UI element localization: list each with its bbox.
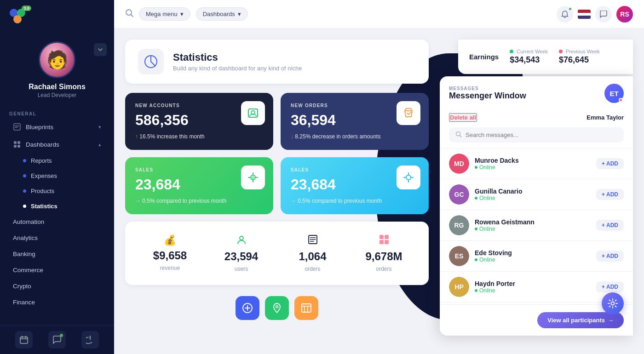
content-inner: Statistics Build any kind of dashboard f… <box>125 40 633 324</box>
metric-users: 23,594 users <box>209 234 273 272</box>
users-value: 23,594 <box>224 250 258 263</box>
calendar-btn[interactable] <box>15 331 33 348</box>
blueprints-label: Blueprints <box>26 124 94 131</box>
users-icon <box>236 234 247 247</box>
orders-label: orders <box>305 266 320 272</box>
card-new-orders: NEW ORDERS 36,594 ↓ 8.25% decrease in o <box>281 93 429 150</box>
dashboards-btn-label: Dashboards <box>203 11 235 17</box>
sidebar-item-crypto[interactable]: Crypto <box>4 279 110 294</box>
big-orders-icon <box>379 234 389 247</box>
power-btn[interactable] <box>81 331 99 348</box>
blueprints-icon <box>13 123 21 131</box>
mega-menu-label: Mega menu <box>146 11 178 17</box>
dashboards-chevron-icon: ▾ <box>238 11 241 17</box>
orders-value: 1,064 <box>299 250 326 263</box>
svg-rect-20 <box>385 240 389 244</box>
svg-rect-7 <box>17 145 20 148</box>
avatar-image: 🧑 <box>40 43 74 77</box>
revenue-value: $9,658 <box>153 249 187 262</box>
blueprints-chevron-icon: ▾ <box>98 124 101 130</box>
sidebar-sub-item-reports[interactable]: Reports <box>4 154 110 168</box>
new-accounts-icon <box>241 101 265 125</box>
analytics-label: Analytics <box>13 234 101 241</box>
dashboards-icon <box>13 140 21 148</box>
stats-header-icon <box>138 49 164 74</box>
language-flag[interactable] <box>578 10 591 19</box>
products-dot <box>23 189 26 193</box>
dashboards-btn[interactable]: Dashboards ▾ <box>196 7 248 21</box>
card-new-accounts: NEW ACCOUNTS 586,356 ↑ 16.5% increase t <box>125 93 273 150</box>
profile-chevron-btn[interactable] <box>94 43 107 56</box>
revenue-label: revenue <box>160 265 180 271</box>
table-action-btn[interactable] <box>294 296 318 320</box>
mega-menu-btn[interactable]: Mega menu ▾ <box>139 7 190 21</box>
svg-point-15 <box>240 236 243 240</box>
sidebar: 3.0 🧑 Rachael Simons Lead Developer GENE… <box>0 0 114 354</box>
crypto-label: Crypto <box>13 283 101 290</box>
avatar: 🧑 <box>39 41 75 78</box>
new-accounts-change: ↑ 16.5% increase this month <box>135 133 263 140</box>
sidebar-item-blueprints[interactable]: Blueprints ▾ <box>4 119 110 135</box>
sidebar-sub-item-expenses[interactable]: Expenses <box>4 169 110 183</box>
user-avatar[interactable]: RS <box>616 6 633 23</box>
reports-dot <box>23 159 26 162</box>
sidebar-sub-item-products[interactable]: Products <box>4 184 110 198</box>
card-sales-blue: SALES 23,684 → 0.5% compared to previous… <box>281 157 429 214</box>
card-sales-green: SALES 23,684 → 0.5% compared to previou <box>125 157 273 214</box>
sidebar-logo: 3.0 <box>0 0 114 34</box>
user-initials: RS <box>620 11 629 18</box>
svg-rect-6 <box>14 145 17 148</box>
sidebar-item-commerce[interactable]: Commerce <box>4 263 110 278</box>
sidebar-item-dashboards[interactable]: Dashboards ▴ <box>4 136 110 153</box>
profile-role: Lead Developer <box>38 92 77 98</box>
sales-blue-change: → 0.5% compared to previous month <box>291 198 419 204</box>
svg-rect-8 <box>20 337 28 343</box>
statistics-dot <box>23 205 26 208</box>
expenses-dot <box>23 174 26 177</box>
action-buttons <box>125 292 429 324</box>
svg-rect-4 <box>14 141 17 144</box>
sidebar-item-analytics[interactable]: Analytics <box>4 230 110 246</box>
chat-btn[interactable] <box>48 331 66 348</box>
chat-dot <box>60 334 63 337</box>
svg-rect-17 <box>380 235 384 239</box>
app-logo-icon: 3.0 <box>8 7 28 27</box>
reports-label: Reports <box>31 157 52 164</box>
add-action-btn[interactable] <box>236 296 259 320</box>
finance-label: Finance <box>13 299 101 306</box>
search-icon[interactable] <box>125 9 133 19</box>
sidebar-sub-item-statistics[interactable]: Statistics <box>4 199 110 213</box>
dashboards-chevron-icon: ▴ <box>98 142 101 148</box>
sidebar-item-automation[interactable]: Automation <box>4 214 110 229</box>
messages-btn[interactable] <box>595 6 612 23</box>
new-orders-change: ↓ 8.25% decrease in orders amounts <box>291 133 419 140</box>
mega-menu-chevron-icon: ▾ <box>180 11 184 17</box>
sidebar-item-finance[interactable]: Finance <box>4 295 110 310</box>
dashboards-label: Dashboards <box>26 141 94 148</box>
sales-green-change: → 0.5% compared to previous month <box>135 198 263 204</box>
svg-point-14 <box>406 175 411 180</box>
metric-orders: 1,064 orders <box>281 234 345 272</box>
svg-point-22 <box>276 306 278 308</box>
main-area: Mega menu ▾ Dashboards ▾ RS <box>114 0 644 354</box>
svg-point-9 <box>126 10 132 15</box>
svg-rect-19 <box>380 240 384 244</box>
sidebar-item-banking[interactable]: Banking <box>4 246 110 262</box>
notification-btn[interactable] <box>557 6 573 23</box>
location-action-btn[interactable] <box>265 296 289 320</box>
big-orders-value: 9,678M <box>365 250 402 263</box>
metric-revenue: 💰 $9,658 revenue <box>138 234 202 272</box>
content-area: Statistics Build any kind of dashboard f… <box>114 29 644 354</box>
stats-header-title: Statistics <box>173 51 302 63</box>
automation-label: Automation <box>13 218 101 225</box>
metric-big-orders: 9,678M orders <box>352 234 416 272</box>
svg-rect-5 <box>17 141 20 144</box>
banking-label: Banking <box>13 251 101 257</box>
metrics-row: 💰 $9,658 revenue 23,594 users <box>125 222 429 285</box>
users-label: users <box>235 266 248 272</box>
profile-name: Rachael Simons <box>29 83 86 91</box>
stats-header-card: Statistics Build any kind of dashboard f… <box>125 40 429 84</box>
svg-rect-3 <box>14 124 20 130</box>
svg-rect-18 <box>385 235 389 239</box>
cards-grid: NEW ACCOUNTS 586,356 ↑ 16.5% increase t <box>125 93 429 214</box>
